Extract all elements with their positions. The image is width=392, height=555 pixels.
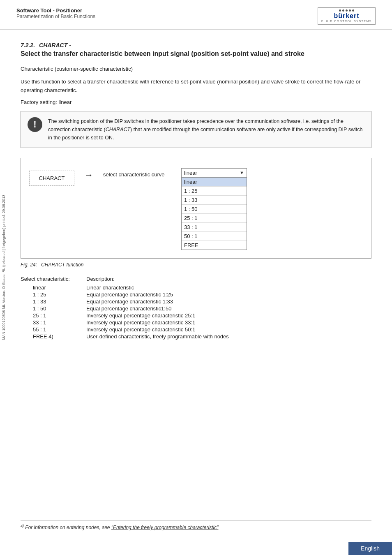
select-label: select characteristic curve [103,171,173,178]
dropdown-item-4[interactable]: 25 : 1 [182,214,247,223]
table-cell-desc-0: Linear characteristic [86,284,371,291]
charact-label: CHARACT [39,175,65,181]
dropdown-item-6[interactable]: 50 : 1 [182,232,247,241]
logo-area: bürkert FLUID CONTROL SYSTEMS [318,7,376,25]
table-cell-select-4: 25 : 1 [21,312,86,319]
charact-box: CHARACT [29,171,74,186]
footnote-area: 4) For information on entering nodes, se… [21,520,371,530]
language-tab[interactable]: English [348,542,392,555]
header-title: Software Tool - Positioner [16,7,95,14]
table-row-1: 1 : 25Equal percentage characteristic 1:… [21,291,371,298]
table-cell-select-0: linear [21,284,86,291]
logo-dot-5 [352,9,354,12]
table-cell-select-5: 33 : 1 [21,319,86,326]
table-cell-desc-7: User-defined characteristic, freely prog… [86,333,371,340]
logo-dot-1 [339,9,341,12]
fig-title: CHARACT function [41,262,83,268]
fig-label: Fig. 24: [21,262,37,268]
table-cell-select-2: 1 : 33 [21,298,86,305]
table-cell-desc-5: Inversely equal percentage characteristi… [86,319,371,326]
table-cell-select-6: 55 : 1 [21,326,86,333]
table-row-7: FREE 4)User-defined characteristic, free… [21,333,371,340]
table-row-5: 33 : 1Inversely equal percentage charact… [21,319,371,326]
table-row-2: 1 : 33Equal percentage characteristic 1:… [21,298,371,305]
table-cell-select-7: FREE 4) [21,333,86,340]
section-title-italic: CHARACT - [39,42,71,49]
factory-setting: Factory setting: linear [21,99,371,105]
dropdown-item-1[interactable]: 1 : 25 [182,187,247,196]
table-row-6: 55 : 1Inversely equal percentage charact… [21,326,371,333]
footnote-text: 4) For information on entering nodes, se… [21,524,371,530]
header-left: Software Tool - Positioner Parameterizat… [16,7,95,19]
figure-caption: Fig. 24: CHARACT function [21,262,371,268]
dropdown-item-0[interactable]: linear [182,178,247,187]
dropdown-item-5[interactable]: 33 : 1 [182,223,247,232]
header-subtitle: Parameterization of Basic Functions [16,14,95,19]
logo-text: bürkert [334,12,359,20]
section-heading: 7.2.2. CHARACT - Select the transfer cha… [21,42,371,58]
warning-box: ! The switching position of the DIP swit… [21,111,371,148]
table-rows: linearLinear characteristic1 : 25Equal p… [21,284,371,340]
logo-dot-2 [342,9,344,12]
ui-diagram: CHARACT → select characteristic curve li… [21,158,371,259]
table-cell-desc-4: Inversely equal percentage characteristi… [86,312,371,319]
table-cell-select-3: 1 : 50 [21,305,86,312]
dropdown-arrow-icon: ▼ [240,170,244,175]
logo-dot-4 [349,9,351,12]
characteristics-table: Select characteristic: Description: line… [21,276,371,340]
section-number: 7.2.2. [21,42,35,49]
logo-tagline: FLUID CONTROL SYSTEMS [321,20,372,23]
side-margin-text: MAN 1000120508 ML Version: D Status: RL … [0,82,7,452]
table-cell-desc-1: Equal percentage characteristic 1:25 [86,291,371,298]
table-cell-desc-3: Equal percentage characteristic1:50 [86,305,371,312]
table-cell-desc-6: Inversely equal percentage characteristi… [86,326,371,333]
logo-dot-3 [346,9,348,12]
footnote-link[interactable]: "Entering the freely programmable charac… [111,525,219,530]
logo-dots [339,9,354,12]
arrow-right-icon: → [84,170,93,180]
table-row-4: 25 : 1Inversely equal percentage charact… [21,312,371,319]
dropdown-header[interactable]: linear ▼ [181,168,247,178]
table-row-0: linearLinear characteristic [21,284,371,291]
warning-text: The switching position of the DIP switch… [48,117,364,142]
page-header: Software Tool - Positioner Parameterizat… [0,0,392,30]
main-content: 7.2.2. CHARACT - Select the transfer cha… [0,30,392,360]
col-header-select: Select characteristic: [21,276,86,282]
section-desc1: Characteristic (customer-specific charac… [21,65,371,74]
section-number-title: 7.2.2. CHARACT - [21,42,371,49]
footnote-text-prefix: For information on entering nodes, see [25,525,111,530]
table-cell-desc-2: Equal percentage characteristic 1:33 [86,298,371,305]
col-header-desc: Description: [86,276,210,282]
logo-box: bürkert FLUID CONTROL SYSTEMS [318,7,376,25]
dropdown-item-2[interactable]: 1 : 33 [182,196,247,205]
dropdown-list[interactable]: linear1 : 251 : 331 : 5025 : 133 : 150 :… [181,178,247,250]
dropdown-area[interactable]: linear ▼ linear1 : 251 : 331 : 5025 : 13… [181,168,247,250]
section-title-bold: Select the transfer characteristic betwe… [21,49,371,58]
footnote-superscript: 4) [21,524,24,528]
dropdown-selected-value: linear [184,170,197,176]
table-header: Select characteristic: Description: [21,276,371,282]
warning-icon: ! [28,117,42,132]
dropdown-item-3[interactable]: 1 : 50 [182,205,247,214]
dropdown-item-7[interactable]: FREE [182,241,247,250]
section-desc2: Use this function to select a transfer c… [21,78,371,95]
table-row-3: 1 : 50Equal percentage characteristic1:5… [21,305,371,312]
table-cell-select-1: 1 : 25 [21,291,86,298]
